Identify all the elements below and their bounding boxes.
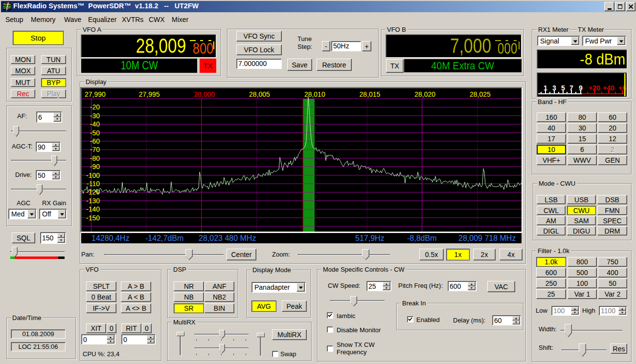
svg-text:-150: -150 <box>86 214 100 222</box>
svg-text:-60: -60 <box>90 137 100 145</box>
svg-text:-80: -80 <box>90 154 100 162</box>
svg-text:27,995: 27,995 <box>139 90 160 98</box>
svg-text:27,990: 27,990 <box>85 90 106 98</box>
svg-text:-40: -40 <box>90 120 100 128</box>
svg-text:28,010: 28,010 <box>304 90 325 98</box>
svg-text:-70: -70 <box>90 146 100 153</box>
svg-text:-50: -50 <box>90 129 100 137</box>
svg-text:-140: -140 <box>86 205 100 213</box>
svg-text:-100: -100 <box>86 171 100 179</box>
svg-text:-20: -20 <box>90 103 100 111</box>
svg-text:-130: -130 <box>86 197 100 205</box>
svg-text:-30: -30 <box>90 112 100 120</box>
svg-text:-110: -110 <box>87 180 100 188</box>
svg-text:28,020: 28,020 <box>414 90 435 98</box>
svg-text:-90: -90 <box>90 163 100 171</box>
svg-text:28,025: 28,025 <box>470 90 491 98</box>
svg-text:28,015: 28,015 <box>360 90 381 98</box>
svg-text:28,005: 28,005 <box>249 90 270 98</box>
svg-text:28,000: 28,000 <box>194 90 215 98</box>
